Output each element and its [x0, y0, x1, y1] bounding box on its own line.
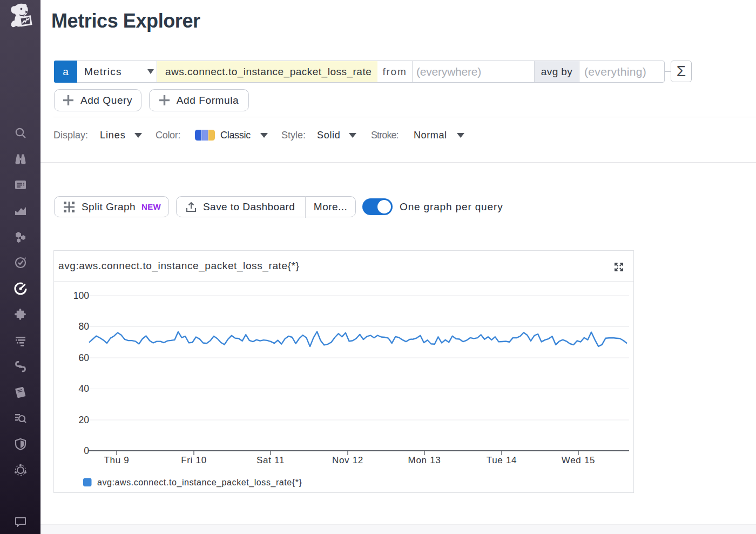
svg-text:40: 40: [79, 383, 90, 394]
svg-text:Fri 10: Fri 10: [181, 455, 207, 465]
svg-text:Sat 11: Sat 11: [256, 455, 285, 465]
svg-text:60: 60: [79, 352, 90, 363]
svg-text:80: 80: [79, 321, 90, 332]
svg-text:20: 20: [79, 415, 90, 425]
svg-text:Tue 14: Tue 14: [487, 455, 517, 465]
svg-text:Thu 9: Thu 9: [104, 455, 130, 465]
svg-text:0: 0: [84, 445, 89, 456]
svg-text:Wed 15: Wed 15: [562, 455, 595, 465]
svg-text:Mon 13: Mon 13: [408, 455, 441, 465]
svg-text:avg:aws.connect.to_instance_pa: avg:aws.connect.to_instance_packet_loss_…: [97, 478, 302, 488]
svg-text:Nov 12: Nov 12: [332, 455, 363, 465]
svg-text:100: 100: [73, 290, 89, 301]
